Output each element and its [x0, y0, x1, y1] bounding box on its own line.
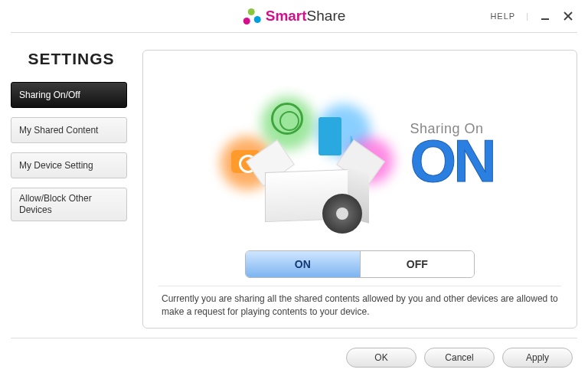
sidebar-item-label: My Shared Content [19, 125, 98, 136]
sharing-illustration: ♪ [227, 83, 387, 228]
title-bar: SmartShare HELP | [0, 0, 588, 32]
sidebar-item-sharing-onoff[interactable]: Sharing On/Off [11, 82, 127, 108]
sidebar: SETTINGS Sharing On/Off My Shared Conten… [11, 50, 132, 329]
ok-button[interactable]: OK [346, 348, 416, 368]
dialog-footer: OK Cancel Apply [11, 338, 577, 376]
status-value: ON [410, 132, 494, 189]
sharing-toggle[interactable]: ON OFF [245, 250, 475, 278]
sidebar-item-my-device-setting[interactable]: My Device Setting [11, 152, 127, 178]
toggle-off[interactable]: OFF [361, 251, 475, 277]
sidebar-item-label: My Device Setting [19, 160, 93, 172]
toggle-on[interactable]: ON [246, 251, 361, 277]
sidebar-item-allow-block-devices[interactable]: Allow/Block Other Devices [11, 188, 127, 221]
close-button[interactable] [562, 10, 574, 22]
app-title: SmartShare [266, 8, 346, 25]
app-logo: SmartShare [243, 7, 346, 25]
minimize-button[interactable] [539, 10, 551, 22]
cancel-button[interactable]: Cancel [424, 348, 495, 368]
open-box-icon [265, 152, 357, 221]
logo-dots-icon [243, 7, 261, 25]
hero-area: ♪ Sharing On ON [158, 64, 561, 246]
sidebar-item-label: Allow/Block Other Devices [19, 193, 119, 216]
separator: | [526, 11, 528, 21]
film-reel-icon [271, 103, 303, 135]
film-disc-icon [322, 194, 362, 234]
sharing-status: Sharing On ON [410, 121, 494, 189]
sidebar-item-label: Sharing On/Off [19, 90, 80, 101]
apply-button[interactable]: Apply [502, 348, 573, 368]
settings-heading: SETTINGS [11, 50, 132, 68]
sidebar-item-my-shared-content[interactable]: My Shared Content [11, 117, 127, 143]
main-panel: ♪ Sharing On ON ON OFF Currently you are… [142, 50, 577, 329]
phone-icon [318, 117, 341, 155]
help-link[interactable]: HELP [490, 11, 515, 21]
status-description: Currently you are sharing all the shared… [158, 286, 561, 320]
